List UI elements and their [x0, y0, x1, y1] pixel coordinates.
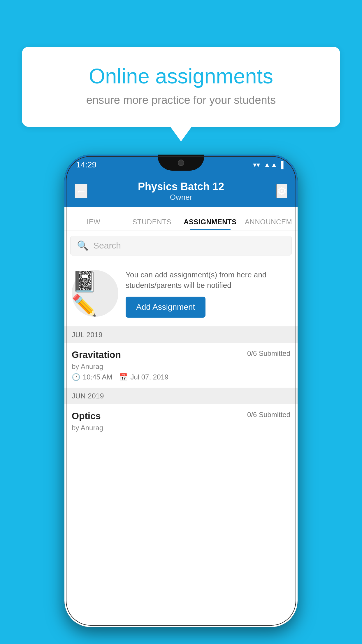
speech-bubble-card: Online assignments ensure more practice …: [22, 47, 340, 127]
assignment-gravitation[interactable]: Gravitation 0/6 Submitted by Anurag 🕐 10…: [64, 343, 298, 388]
calendar-icon: 📅: [119, 373, 128, 381]
speech-bubble-title: Online assignments: [42, 64, 320, 88]
tab-students[interactable]: STUDENTS: [123, 218, 181, 230]
assignment-author-gravitation: by Anurag: [72, 363, 290, 371]
notebook-icon: 📓✏️: [72, 270, 118, 317]
assignment-author-optics: by Anurag: [72, 424, 290, 432]
tabs-bar: IEW STUDENTS ASSIGNMENTS ANNOUNCEM: [64, 207, 298, 230]
assignment-header-optics: Optics 0/6 Submitted: [72, 411, 290, 421]
settings-button[interactable]: ⚙: [276, 184, 287, 198]
assignment-date-gravitation: 📅 Jul 07, 2019: [119, 373, 168, 381]
status-time: 14:29: [76, 160, 96, 169]
assignment-name-gravitation: Gravitation: [72, 349, 121, 360]
wifi-icon: ▾▾: [253, 161, 260, 169]
app-header: ← Physics Batch 12 Owner ⚙: [64, 175, 298, 207]
assignment-date-text: Jul 07, 2019: [130, 373, 168, 381]
search-container: 🔍 Search: [64, 230, 298, 261]
search-icon: 🔍: [77, 240, 89, 251]
assignment-submitted-gravitation: 0/6 Submitted: [247, 349, 290, 358]
phone-frame: 14:29 ▾▾ ▲▲ ▌ ← Physics Batch 12 Owner ⚙…: [64, 155, 298, 627]
promo-right: You can add assignment(s) from here and …: [126, 270, 290, 318]
clock-icon: 🕐: [72, 373, 80, 381]
header-subtitle: Owner: [138, 193, 224, 202]
phone-notch: [158, 155, 204, 171]
assignment-meta-gravitation: 🕐 10:45 AM 📅 Jul 07, 2019: [72, 373, 290, 381]
assignment-optics[interactable]: Optics 0/6 Submitted by Anurag: [64, 404, 298, 441]
front-camera: [178, 160, 184, 166]
search-placeholder: Search: [93, 241, 121, 251]
phone-screen: 🔍 Search 📓✏️ You can add assignment(s) f…: [64, 230, 298, 627]
section-jul-2019: JUL 2019: [64, 327, 298, 343]
assignment-header: Gravitation 0/6 Submitted: [72, 349, 290, 360]
status-icons: ▾▾ ▲▲ ▌: [253, 161, 286, 169]
assignment-time-gravitation: 🕐 10:45 AM: [72, 373, 112, 381]
promo-icon-circle: 📓✏️: [72, 270, 118, 317]
header-title: Physics Batch 12: [138, 181, 224, 193]
tab-iew[interactable]: IEW: [64, 218, 123, 230]
promo-section: 📓✏️ You can add assignment(s) from here …: [64, 261, 298, 327]
speech-bubble-subtitle: ensure more practice for your students: [42, 94, 320, 106]
search-bar[interactable]: 🔍 Search: [70, 236, 292, 256]
tab-assignments[interactable]: ASSIGNMENTS: [181, 218, 239, 230]
promo-description: You can add assignment(s) from here and …: [126, 270, 290, 291]
signal-icon: ▲▲: [263, 161, 277, 169]
battery-icon: ▌: [281, 161, 286, 169]
assignment-time-text: 10:45 AM: [83, 373, 112, 381]
assignment-name-optics: Optics: [72, 411, 101, 421]
assignment-submitted-optics: 0/6 Submitted: [247, 411, 290, 419]
back-button[interactable]: ←: [75, 184, 87, 198]
add-assignment-button[interactable]: Add Assignment: [126, 297, 205, 318]
header-title-group: Physics Batch 12 Owner: [138, 181, 224, 202]
section-jun-2019: JUN 2019: [64, 388, 298, 404]
tab-announcements[interactable]: ANNOUNCEM: [239, 218, 298, 230]
